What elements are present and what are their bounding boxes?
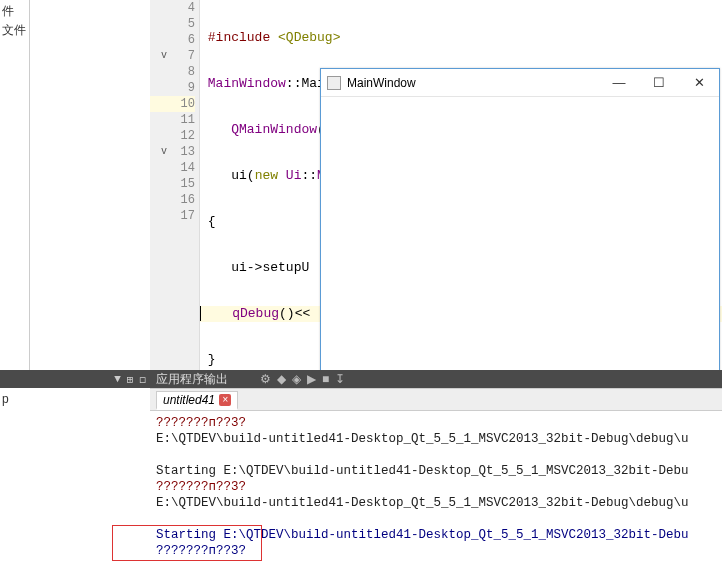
panel-title: 应用程序输出 <box>156 371 228 388</box>
fold-icon[interactable]: v <box>161 48 167 64</box>
close-button[interactable]: ✕ <box>679 69 719 96</box>
run-icon[interactable]: ▶ <box>307 372 316 386</box>
output-tabs: untitled41 × <box>150 388 722 410</box>
dropdown-icon[interactable]: ▼ <box>114 373 121 385</box>
down-icon[interactable]: ↧ <box>335 372 345 386</box>
item[interactable]: 件 <box>0 2 29 21</box>
project-pane: 件 文件 <box>0 0 30 370</box>
side-toolbar: ▼ ⊞ ◻ <box>0 370 150 388</box>
tab-untitled41[interactable]: untitled41 × <box>156 391 238 410</box>
titlebar[interactable]: MainWindow — ☐ ✕ <box>321 69 719 97</box>
window-title: MainWindow <box>347 76 599 90</box>
gear-icon[interactable]: ⚙ <box>260 372 271 386</box>
stop-icon[interactable]: ■ <box>322 372 329 386</box>
square-icon[interactable]: ◻ <box>139 373 146 386</box>
close-icon[interactable]: × <box>219 394 231 406</box>
application-output[interactable]: ???????п??3? E:\QTDEV\build-untitled41-D… <box>150 410 722 573</box>
line-gutter[interactable]: 4 5 6 v7 8 9 10 11 12 v13 14 15 16 17 <box>150 0 200 370</box>
tool-icon[interactable]: ◈ <box>292 372 301 386</box>
minimize-button[interactable]: — <box>599 69 639 96</box>
tool-icon[interactable]: ◆ <box>277 372 286 386</box>
split-icon[interactable]: ⊞ <box>127 373 134 386</box>
left-lower: p <box>0 390 30 408</box>
app-icon <box>327 76 341 90</box>
item[interactable]: 文件 <box>0 21 29 40</box>
maximize-button[interactable]: ☐ <box>639 69 679 96</box>
fold-icon[interactable]: v <box>161 144 167 160</box>
output-panel-header: 应用程序输出 ⚙ ◆ ◈ ▶ ■ ↧ <box>150 370 722 388</box>
tab-label: untitled41 <box>163 393 215 407</box>
app-window[interactable]: MainWindow — ☐ ✕ <box>320 68 720 396</box>
